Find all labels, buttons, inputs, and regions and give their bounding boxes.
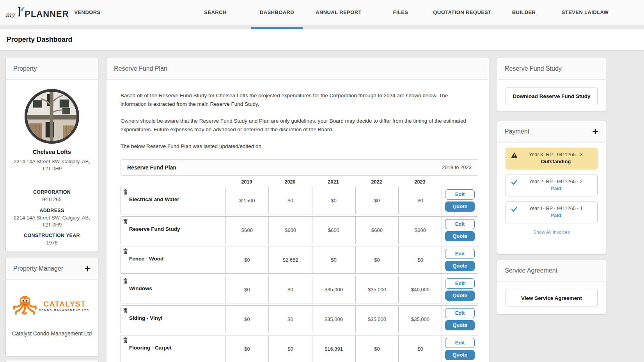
service-agreement-header: Service Agreement [497, 260, 606, 282]
nav-item[interactable]: SEARCH [195, 0, 235, 25]
invoice-label: Year 1- RP - 9411265 - 1 [518, 206, 594, 211]
quote-button[interactable]: Quote [445, 202, 475, 212]
rfp-row-name: Siding - Vinyl [129, 315, 225, 321]
rfp-table-year-range: 2019 to 2023 [442, 164, 472, 170]
show-all-invoices-link[interactable]: Show All Invoices [497, 230, 606, 235]
reserve-fund-study-header: Reserve Fund Study [497, 58, 606, 80]
rfp-value-2020: $0 [269, 306, 312, 333]
reserve-fund-plan-table: Reserve Fund Plan 2019 to 2023 201920202… [121, 159, 478, 362]
rfp-row-name: Fence - Wood [129, 256, 225, 262]
warning-icon [511, 152, 518, 160]
property-address: 2214 14A Street SW, Calgary, AB, T2T 0H9 [13, 158, 91, 172]
octopus-icon [13, 294, 37, 317]
property-field: CONSTRUCTION YEAR 1978 [13, 233, 91, 246]
edit-button[interactable]: Edit [445, 278, 475, 289]
rfp-value-2021: $600 [312, 217, 355, 244]
nav-item[interactable]: QUOTATION REQUEST [424, 0, 500, 25]
property-manager-header: Property Manager + [6, 258, 98, 280]
rfp-value-2019: $0 [225, 306, 269, 333]
payment-card: Payment + Year 3- RP - 9411265 - 3 Outst… [497, 121, 606, 254]
nav-item-label: SEARCH [204, 9, 226, 15]
delete-row-trash-icon[interactable] [123, 337, 128, 344]
add-payment-plus-icon[interactable]: + [592, 127, 598, 137]
delete-row-trash-icon[interactable] [123, 248, 128, 255]
property-field-label: ADDRESS [13, 208, 91, 213]
quote-button[interactable]: Quote [445, 350, 475, 360]
edit-button[interactable]: Edit [445, 219, 475, 229]
quote-button[interactable]: Quote [445, 291, 475, 301]
rfp-value-2019: $2,500 [225, 187, 269, 214]
rfp-value-2023: $40,000 [399, 276, 442, 303]
rfp-table-row: Siding - Vinyl $0 $0 $35,000 $35,000 $35… [121, 305, 478, 333]
reserve-fund-plan-card: Reserve Fund Plan Based off of the Reser… [106, 58, 489, 362]
rfp-table-row: Flooring - Carpet $0 $0 $16,391 $0 $0 Ed… [121, 335, 478, 362]
rfp-paragraph-2: Owners should be aware that the Reserve … [121, 117, 474, 134]
edit-button[interactable]: Edit [445, 189, 475, 200]
delete-row-trash-icon[interactable] [123, 278, 128, 285]
invoice-label: Year 3- RP - 9411265 - 3 [518, 152, 594, 157]
rfp-value-2020: $2,652 [269, 246, 312, 273]
reserve-fund-plan-header: Reserve Fund Plan [106, 58, 489, 80]
nav-item-label: ANNUAL REPORT [316, 9, 362, 15]
nav-items: VENDORS SEARCH DASHBOARD ANNUAL REPORT F… [0, 0, 644, 29]
nav-item[interactable]: FILES [385, 0, 417, 25]
rfp-row-name: Windows [129, 285, 225, 291]
nav-item[interactable]: ANNUAL REPORT [307, 0, 370, 25]
delete-row-trash-icon[interactable] [123, 308, 128, 315]
nav-item[interactable]: VENDORS [66, 0, 109, 25]
rfp-value-2023: $35,000 [399, 306, 442, 333]
payment-invoice-item[interactable]: Year 2- RP - 9411265 - 2 Paid [506, 175, 598, 196]
reserve-fund-study-card: Reserve Fund Study Download Reserve Fund… [497, 58, 606, 112]
property-manager-logo: CATALYST CONDO MANAGEMENT LTD. [11, 294, 92, 317]
check-icon [511, 206, 518, 214]
nav-item-label: STEVEN LAIDLAW [562, 9, 609, 15]
rfp-value-2022: $600 [355, 217, 399, 244]
property-field: ADDRESS 2214 14A Street SW, Calgary, AB,… [13, 208, 91, 228]
invoice-status-link[interactable]: Paid [518, 212, 594, 218]
invoice-status-link[interactable]: Paid [518, 185, 594, 191]
edit-button[interactable]: Edit [445, 308, 475, 318]
rfp-value-2020: $600 [269, 217, 312, 244]
rfp-value-2022: $35,000 [355, 276, 399, 303]
rfp-table-header: Reserve Fund Plan 2019 to 2023 [121, 159, 478, 176]
edit-button[interactable]: Edit [445, 249, 475, 259]
property-field-value: 2214 14A Street SW, Calgary, AB, T2T 0H9 [13, 214, 91, 228]
reserve-fund-study-title: Reserve Fund Study [505, 65, 562, 72]
quote-button[interactable]: Quote [445, 261, 475, 271]
rfp-value-2021: $16,391 [312, 335, 355, 362]
rfp-paragraph-1: Based off of the Reserve Fund Study for … [121, 91, 474, 108]
payment-invoice-item[interactable]: Year 3- RP - 9411265 - 3 Outstanding [506, 148, 598, 169]
quote-button[interactable]: Quote [445, 231, 475, 241]
nav-item[interactable]: BUILDER [504, 0, 545, 25]
rfp-value-2019: $600 [225, 217, 269, 244]
property-field-value: 9411265 [13, 196, 91, 203]
rfp-year-label: 2022 [355, 179, 398, 185]
rfp-value-2021: $35,000 [312, 306, 355, 333]
nav-item-label: DASHBOARD [260, 9, 294, 15]
property-card-title: Property [13, 65, 37, 72]
quote-button[interactable]: Quote [445, 320, 475, 330]
property-photo [25, 89, 79, 144]
edit-button[interactable]: Edit [445, 338, 475, 348]
nav-item[interactable]: STEVEN LAIDLAW [553, 0, 617, 25]
add-property-manager-plus-icon[interactable]: + [84, 264, 90, 274]
rfp-value-2022: $35,000 [355, 306, 399, 333]
download-reserve-fund-study-button[interactable]: Download Reserve Fund Study [506, 87, 598, 105]
catalyst-logo-name: CATALYST [39, 300, 90, 309]
invoice-status-link[interactable]: Outstanding [518, 159, 594, 164]
rfp-value-2021: $0 [312, 187, 355, 214]
nav-item[interactable]: DASHBOARD [251, 0, 303, 25]
reserve-fund-plan-title: Reserve Fund Plan [114, 65, 167, 72]
check-icon [511, 179, 518, 187]
property-dashboard-page: my PLANNER VENDORS SEARCH DASHBOARD ANNU… [0, 0, 644, 362]
rfp-value-2022: $0 [355, 335, 399, 362]
delete-row-trash-icon[interactable] [123, 219, 128, 226]
payment-invoices: Year 3- RP - 9411265 - 3 Outstanding Yea… [497, 148, 606, 223]
payment-invoice-item[interactable]: Year 1- RP - 9411265 - 1 Paid [506, 202, 598, 223]
view-service-agreement-button[interactable]: View Service Agreement [506, 289, 598, 307]
rfp-year-label: 2020 [268, 179, 312, 185]
property-manager-card: Property Manager + [5, 258, 98, 357]
payment-title: Payment [505, 128, 529, 135]
delete-row-trash-icon[interactable] [123, 189, 128, 196]
rfp-value-2021: $0 [312, 246, 355, 273]
